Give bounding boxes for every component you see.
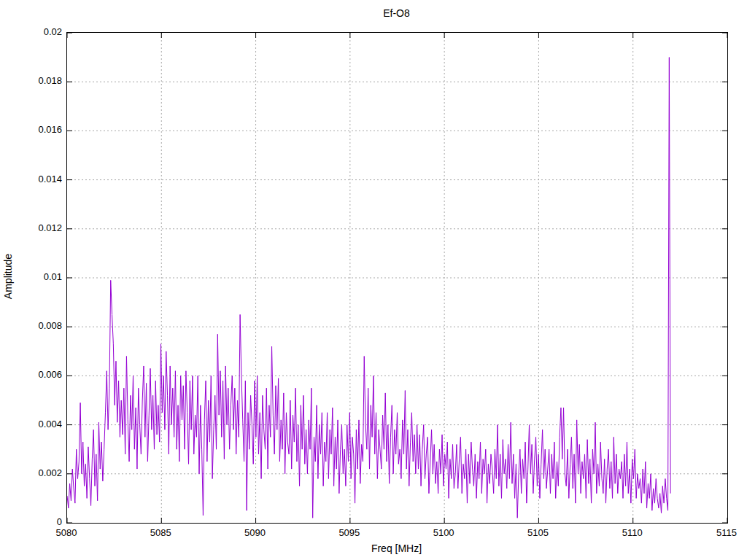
y-tick-label: 0.014 [22, 174, 62, 185]
spectrum-line [67, 58, 670, 518]
x-tick-label: 5080 [44, 527, 88, 539]
x-axis-label: Freq [MHz] [66, 542, 727, 554]
y-tick-label: 0.012 [22, 222, 62, 234]
x-tick-label: 5090 [233, 527, 277, 539]
x-tick-label: 5110 [611, 527, 654, 539]
x-tick-label: 5085 [139, 527, 182, 539]
plot-area [66, 32, 728, 524]
y-tick-label: 0.002 [22, 467, 62, 479]
x-tick-label: 5100 [422, 527, 465, 539]
spectrum-plot-svg [67, 33, 727, 523]
x-tick-label: 5105 [516, 527, 560, 539]
spectrum-chart: Ef-O8 Amplitude Freq [MHz] 00.0020.0040.… [0, 0, 747, 560]
y-tick-label: 0.008 [22, 320, 62, 332]
x-tick-label: 5095 [328, 527, 371, 539]
y-tick-label: 0.018 [22, 75, 62, 87]
y-tick-label: 0.006 [22, 369, 62, 381]
y-axis-label: Amplitude [2, 225, 14, 327]
y-tick-label: 0.01 [22, 271, 62, 283]
x-tick-label: 5115 [705, 527, 747, 539]
y-tick-label: 0.016 [22, 124, 62, 136]
y-tick-label: 0.004 [22, 419, 62, 430]
chart-title: Ef-O8 [66, 7, 727, 19]
y-tick-label: 0 [22, 516, 62, 528]
y-tick-label: 0.02 [22, 26, 62, 38]
